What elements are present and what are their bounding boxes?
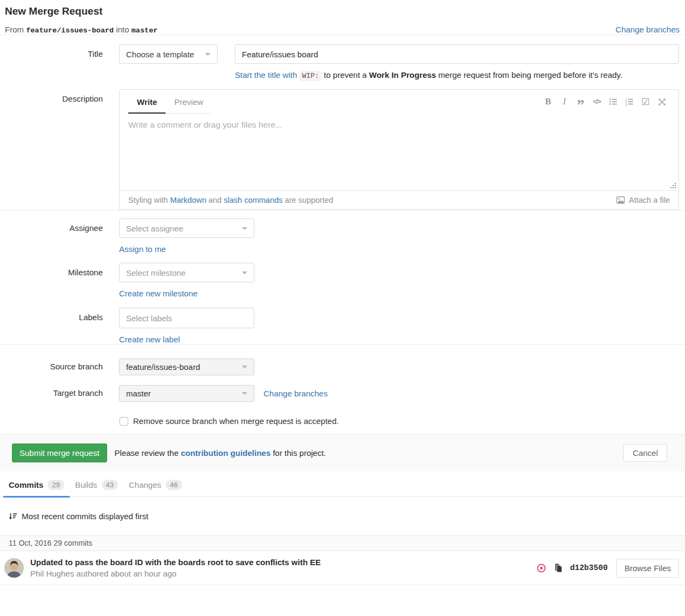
page-title: New Merge Request (5, 5, 680, 17)
assignee-select-value: Select assignee (126, 224, 183, 233)
attach-file-label: Attach a file (629, 196, 670, 204)
source-branch-label: Source branch (5, 359, 103, 371)
labels-select-value: Select labels (126, 314, 172, 323)
attach-file-button[interactable]: Attach a file (616, 196, 670, 204)
divider (0, 35, 685, 35)
from-label: From (5, 25, 24, 34)
assign-to-me-link[interactable]: Assign to me (119, 244, 166, 254)
into-label: into (116, 25, 129, 34)
tab-changes-label: Changes (129, 480, 161, 489)
resize-grip-icon[interactable] (675, 187, 676, 188)
wip-hint-bold: Work In Progress (369, 70, 436, 80)
svg-text:3: 3 (625, 103, 628, 106)
code-icon[interactable]: </> (589, 94, 605, 110)
fullscreen-icon[interactable] (654, 94, 670, 110)
source-branch-select[interactable]: feature/issues-board (119, 359, 254, 375)
milestone-label: Milestone (5, 263, 103, 277)
title-row: Title Choose a template Start the title … (5, 44, 679, 80)
assignee-row: Assignee Select assignee Assign to me (5, 218, 679, 254)
task-list-icon[interactable]: ☑ (637, 94, 654, 110)
slash-commands-link[interactable]: slash commands (224, 196, 283, 204)
change-branches-link-top[interactable]: Change branches (616, 25, 680, 34)
ci-failed-icon[interactable] (537, 564, 546, 573)
wip-code: WIP: (299, 71, 321, 81)
styling-note-suffix: are supported (282, 196, 333, 204)
quote-icon[interactable]: ” (572, 94, 589, 110)
markdown-tabs: Write Preview (128, 90, 212, 114)
title-input[interactable] (235, 44, 679, 64)
markdown-footer: Styling with Markdown and slash commands… (120, 190, 679, 209)
remove-source-checkbox[interactable] (120, 417, 128, 426)
divider (0, 344, 685, 345)
tab-builds[interactable]: Builds 43 (70, 472, 123, 497)
target-branch-row: Target branch master Change branches (5, 385, 679, 402)
commit-date-header: 11 Oct, 2016 29 commits (0, 535, 685, 551)
create-label-link[interactable]: Create new label (119, 335, 180, 344)
template-select[interactable]: Choose a template (119, 44, 218, 64)
submit-merge-request-button[interactable]: Submit merge request (12, 443, 107, 462)
merge-request-tabs: Commits 29 Builds 43 Changes 46 (0, 472, 685, 497)
source-branch-name: feature/issues-board (26, 27, 114, 35)
wip-hint-mid: to prevent a (321, 70, 369, 80)
description-textarea[interactable] (120, 114, 679, 190)
copy-sha-icon[interactable] (554, 564, 562, 572)
source-branch-value: feature/issues-board (126, 362, 200, 372)
chevron-down-icon (242, 366, 247, 368)
chevron-down-icon (242, 227, 247, 230)
tab-write[interactable]: Write (128, 90, 166, 114)
numbered-list-icon[interactable]: 123 (621, 94, 637, 110)
assignee-select[interactable]: Select assignee (119, 218, 254, 238)
commit-title-link[interactable]: Updated to pass the board ID with the bo… (30, 558, 537, 567)
tab-commits-label: Commits (9, 480, 43, 489)
markdown-link[interactable]: Markdown (170, 196, 206, 204)
branch-summary-row: From feature/issues-board into master Ch… (5, 25, 680, 35)
wip-hint-link[interactable]: Start the title with (235, 70, 297, 80)
milestone-select-value: Select milestone (126, 268, 186, 277)
tab-changes[interactable]: Changes 46 (123, 472, 188, 497)
description-row: Description Write Preview B I ” </> 123 … (5, 89, 679, 210)
avatar[interactable] (4, 558, 24, 578)
title-label: Title (5, 44, 103, 58)
wip-hint-end: merge request from being merged before i… (436, 70, 622, 80)
cancel-button[interactable]: Cancel (623, 444, 667, 462)
labels-label: Labels (5, 308, 103, 322)
contribution-guidelines-link[interactable]: contribution guidelines (181, 448, 271, 458)
bold-icon[interactable]: B (540, 94, 556, 110)
tab-commits[interactable]: Commits 29 (3, 472, 70, 497)
tab-builds-label: Builds (75, 480, 97, 489)
italic-icon[interactable]: I (556, 94, 572, 110)
builds-count-badge: 43 (102, 480, 118, 490)
change-branches-link-bottom[interactable]: Change branches (264, 389, 327, 398)
chevron-down-icon (242, 392, 247, 395)
target-branch-value: master (126, 389, 151, 398)
target-branch-label: Target branch (5, 385, 103, 398)
commit-author-line: Phil Hughes authored about an hour ago (30, 569, 537, 578)
browse-files-button[interactable]: Browse Files (616, 559, 679, 578)
review-note-prefix: Please review the (115, 448, 181, 458)
milestone-select[interactable]: Select milestone (119, 263, 254, 282)
commit-actions: d12b3500 Browse Files (537, 559, 679, 578)
remove-source-option: Remove source branch when merge request … (119, 416, 339, 426)
create-milestone-link[interactable]: Create new milestone (119, 289, 197, 298)
labels-select[interactable]: Select labels (119, 308, 254, 328)
wip-hint: Start the title with WIP: to prevent a W… (235, 70, 679, 80)
commit-sha[interactable]: d12b3500 (570, 564, 608, 572)
source-branch-row: Source branch feature/issues-board (5, 359, 679, 375)
remove-source-row: Remove source branch when merge request … (5, 416, 679, 426)
target-branch-select[interactable]: master (119, 385, 254, 402)
styling-note: Styling with Markdown and slash commands… (128, 196, 333, 204)
commit-list-item: Updated to pass the board ID with the bo… (0, 551, 685, 585)
markdown-editor: Write Preview B I ” </> 123 ☑ (119, 89, 679, 210)
markdown-toolbar: B I ” </> 123 ☑ (540, 94, 670, 110)
branch-summary: From feature/issues-board into master (5, 25, 157, 35)
tab-preview[interactable]: Preview (166, 90, 212, 113)
chevron-down-icon (205, 53, 210, 56)
sort-note-text: Most recent commits displayed first (22, 512, 148, 521)
bullet-list-icon[interactable] (605, 94, 621, 110)
target-branch-name: master (131, 27, 158, 35)
review-note-suffix: for this project. (271, 448, 326, 458)
form-actions-bar: Submit merge request Please review the c… (0, 434, 685, 471)
commit-info: Updated to pass the board ID with the bo… (30, 558, 537, 578)
review-note: Please review the contribution guideline… (115, 448, 326, 458)
changes-count-badge: 46 (166, 480, 182, 490)
